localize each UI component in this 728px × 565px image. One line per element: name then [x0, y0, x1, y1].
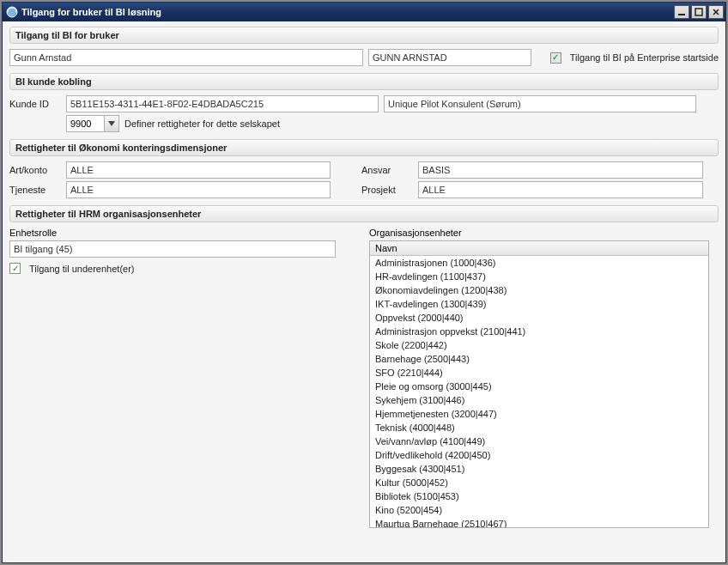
group-header-hrm: Rettigheter til HRM organisasjonsenheter	[9, 205, 719, 222]
art-field[interactable]	[66, 161, 331, 179]
close-button[interactable]	[708, 5, 724, 19]
group-header-kunde: BI kunde kobling	[9, 73, 719, 90]
app-icon	[6, 6, 18, 18]
kunde-navn-field[interactable]	[384, 95, 696, 112]
tjeneste-field[interactable]	[66, 181, 331, 198]
org-table: Navn Administrasjonen (1000|436)HR-avdel…	[369, 240, 709, 528]
org-row[interactable]: Drift/vedlikehold (4200|450)	[370, 448, 708, 462]
minimize-button[interactable]	[674, 5, 689, 19]
group-header-user: Tilgang til BI for bruker	[9, 27, 719, 44]
maximize-button[interactable]	[691, 5, 707, 19]
org-row[interactable]: Bibliotek (5100|453)	[370, 489, 708, 503]
user-name-lower-field[interactable]	[9, 49, 363, 66]
window-title: Tilgang for bruker til BI løsning	[21, 7, 674, 17]
enhetsrolle-field[interactable]	[9, 240, 336, 258]
org-row[interactable]: Administrasjon oppvekst (2100|441)	[370, 325, 708, 338]
svg-rect-1	[678, 14, 685, 15]
org-row[interactable]: Sykehjem (3100|446)	[370, 393, 708, 407]
group-kunde-kobling: BI kunde kobling Kunde ID Definer rettig…	[9, 73, 719, 132]
prosjekt-label: Prosjekt	[361, 185, 413, 195]
org-row[interactable]: Byggesak (4300|451)	[370, 462, 708, 476]
org-row[interactable]: IKT-avdelingen (1300|439)	[370, 297, 708, 311]
group-header-okonomi: Rettigheter til Økonomi konteringsdimens…	[9, 139, 719, 156]
svg-rect-2	[695, 9, 702, 15]
org-row[interactable]: Vei/vann/avløp (4100|449)	[370, 434, 708, 448]
prosjekt-field[interactable]	[418, 181, 703, 198]
org-row[interactable]: Teknisk (4000|448)	[370, 421, 708, 434]
ansvar-field[interactable]	[418, 161, 703, 179]
org-row[interactable]: Maurtua Barnehage (2510|467)	[370, 517, 708, 527]
org-row[interactable]: HR-avdelingen (1100|437)	[370, 270, 708, 283]
definer-label: Definer rettigheter for dette selskapet	[124, 118, 280, 129]
selskap-value[interactable]	[66, 115, 104, 132]
org-row[interactable]: Økonomiavdelingen (1200|438)	[370, 283, 708, 297]
org-row[interactable]: Hjemmetjenesten (3200|447)	[370, 407, 708, 421]
selskap-select[interactable]	[66, 115, 119, 132]
content-area: Tilgang til BI for bruker Tilgang til BI…	[3, 21, 725, 562]
underenhet-label: Tilgang til underenhet(er)	[29, 264, 135, 274]
group-user-access: Tilgang til BI for bruker Tilgang til BI…	[9, 27, 719, 66]
app-window: Tilgang for bruker til BI løsning Tilgan…	[2, 2, 726, 563]
org-row[interactable]: SFO (2210|444)	[370, 366, 708, 380]
org-row[interactable]: Administrasjonen (1000|436)	[370, 256, 708, 270]
org-label: Organisasjonsenheter	[369, 228, 719, 238]
org-column-header[interactable]: Navn	[370, 241, 708, 256]
org-row[interactable]: Oppvekst (2000|440)	[370, 311, 708, 325]
art-label: Art/konto	[9, 165, 61, 175]
org-row[interactable]: Kultur (5000|452)	[370, 476, 708, 489]
org-row[interactable]: Kino (5200|454)	[370, 503, 708, 517]
group-okonomi: Rettigheter til Økonomi konteringsdimens…	[9, 139, 719, 198]
svg-point-0	[7, 7, 17, 17]
enterprise-startside-label: Tilgang til BI på Enterprise startside	[570, 52, 719, 63]
org-row[interactable]: Pleie og omsorg (3000|445)	[370, 380, 708, 393]
titlebar: Tilgang for bruker til BI løsning	[3, 3, 725, 21]
enterprise-startside-checkbox	[550, 52, 561, 64]
kunde-id-field[interactable]	[66, 95, 379, 112]
org-list-body[interactable]: Administrasjonen (1000|436)HR-avdelingen…	[370, 256, 708, 527]
org-row[interactable]: Barnehage (2500|443)	[370, 352, 708, 366]
ansvar-label: Ansvar	[361, 165, 413, 175]
kunde-id-label: Kunde ID	[9, 99, 61, 109]
org-row[interactable]: Skole (2200|442)	[370, 338, 708, 352]
window-controls	[674, 5, 724, 19]
chevron-down-icon[interactable]	[104, 115, 119, 132]
enhetsrolle-label: Enhetsrolle	[9, 228, 349, 238]
tjeneste-label: Tjeneste	[9, 185, 61, 195]
user-name-upper-field[interactable]	[368, 49, 531, 66]
underenhet-checkbox[interactable]	[9, 263, 21, 274]
group-hrm: Rettigheter til HRM organisasjonsenheter…	[9, 205, 719, 528]
